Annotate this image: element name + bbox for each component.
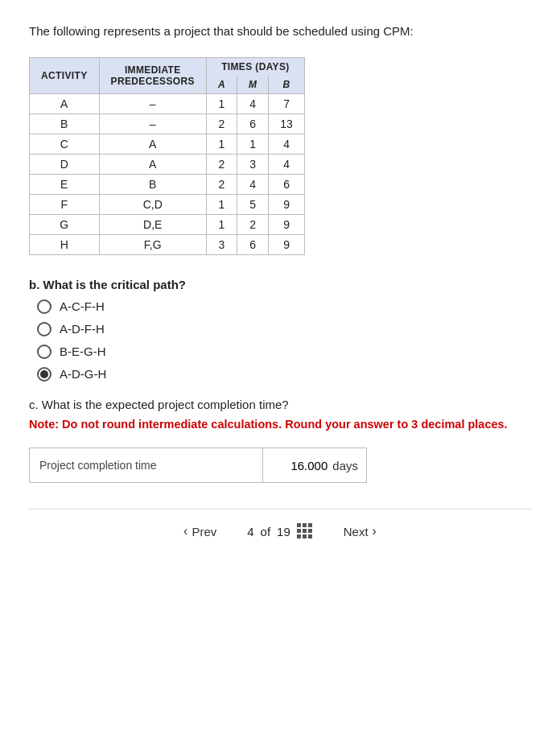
cell-a: 2 (206, 113, 237, 134)
next-arrow-icon: › (373, 524, 377, 538)
prev-button[interactable]: ‹ Prev (177, 521, 223, 542)
cell-b: 9 (269, 234, 305, 254)
cell-predecessors: – (99, 113, 206, 134)
col-header-a: a (206, 76, 237, 94)
cell-b: 4 (269, 134, 305, 154)
radio-label-opt4: A-D-G-H (60, 367, 106, 381)
grid-icon[interactable] (297, 523, 313, 539)
table-row: H F,G 3 6 9 (30, 234, 305, 254)
col-header-m: m (237, 76, 268, 94)
of-label: of (261, 525, 271, 538)
completion-time-unit: days (332, 459, 358, 472)
cell-activity: C (30, 134, 100, 154)
cell-a: 2 (206, 174, 237, 194)
table-body: A – 1 4 7 B – 2 6 13 C A 1 1 4 D A 2 3 4… (30, 93, 305, 254)
radio-group: A-C-F-H A-D-F-H B-E-G-H A-D-G-H (37, 299, 531, 382)
cell-m: 6 (237, 113, 268, 134)
navigation-bar: ‹ Prev 4 of 19 Next › (29, 509, 531, 548)
completion-time-row: Project completion time days (29, 448, 367, 483)
cell-b: 6 (269, 174, 305, 194)
cell-m: 1 (237, 134, 268, 154)
section-c-label: c. What is the expected project completi… (29, 398, 531, 411)
cell-m: 5 (237, 194, 268, 214)
cell-activity: G (30, 214, 100, 234)
table-row: E B 2 4 6 (30, 174, 305, 194)
cell-predecessors: F,G (99, 234, 206, 254)
cell-activity: B (30, 113, 100, 134)
cell-activity: F (30, 194, 100, 214)
cell-b: 9 (269, 214, 305, 234)
prev-label: Prev (191, 525, 216, 538)
cell-activity: A (30, 93, 100, 113)
cell-predecessors: D,E (99, 214, 206, 234)
cell-m: 6 (237, 234, 268, 254)
table-row: A – 1 4 7 (30, 93, 305, 113)
cell-b: 7 (269, 93, 305, 113)
next-button[interactable]: Next › (337, 521, 383, 542)
cell-a: 1 (206, 214, 237, 234)
completion-time-label: Project completion time (30, 448, 263, 482)
cell-b: 9 (269, 194, 305, 214)
cell-a: 2 (206, 154, 237, 174)
radio-option-opt1[interactable]: A-C-F-H (37, 299, 531, 314)
cell-m: 4 (237, 93, 268, 113)
table-row: B – 2 6 13 (30, 113, 305, 134)
col-header-times: TIMES (DAYS) (206, 57, 304, 76)
table-row: C A 1 1 4 (30, 134, 305, 154)
completion-time-value-cell: days (263, 459, 366, 472)
radio-circle-opt1 (37, 299, 51, 314)
cell-a: 1 (206, 93, 237, 113)
page-info: 4 of 19 (247, 523, 313, 539)
radio-option-opt2[interactable]: A-D-F-H (37, 322, 531, 336)
cell-b: 4 (269, 154, 305, 174)
cpm-table: ACTIVITY IMMEDIATEPREDECESSORS TIMES (DA… (29, 57, 305, 255)
col-header-activity: ACTIVITY (30, 57, 100, 93)
radio-label-opt3: B-E-G-H (60, 344, 106, 358)
cell-a: 3 (206, 234, 237, 254)
cell-a: 1 (206, 194, 237, 214)
radio-circle-opt4 (37, 367, 51, 382)
table-row: D A 2 3 4 (30, 154, 305, 174)
radio-label-opt2: A-D-F-H (60, 322, 105, 336)
cell-m: 4 (237, 174, 268, 194)
cell-activity: D (30, 154, 100, 174)
current-page: 4 (247, 525, 253, 538)
cell-predecessors: A (99, 154, 206, 174)
completion-time-input[interactable] (271, 459, 327, 472)
cell-activity: H (30, 234, 100, 254)
cell-predecessors: B (99, 174, 206, 194)
cell-predecessors: C,D (99, 194, 206, 214)
radio-option-opt4[interactable]: A-D-G-H (37, 367, 531, 382)
cell-predecessors: A (99, 134, 206, 154)
section-b-label: b. What is the critical path? (29, 278, 531, 291)
next-label: Next (344, 525, 369, 538)
radio-circle-opt2 (37, 322, 51, 336)
cell-b: 13 (269, 113, 305, 134)
cell-activity: E (30, 174, 100, 194)
radio-circle-opt3 (37, 344, 51, 359)
cell-a: 1 (206, 134, 237, 154)
col-header-b: b (269, 76, 305, 94)
intro-text: The following represents a project that … (29, 23, 531, 41)
cell-m: 2 (237, 214, 268, 234)
cell-m: 3 (237, 154, 268, 174)
cell-predecessors: – (99, 93, 206, 113)
prev-arrow-icon: ‹ (183, 524, 187, 538)
section-c-note: Note: Do not round intermediate calculat… (29, 416, 531, 434)
radio-label-opt1: A-C-F-H (60, 299, 105, 313)
col-header-predecessors: IMMEDIATEPREDECESSORS (99, 57, 206, 93)
table-row: G D,E 1 2 9 (30, 214, 305, 234)
total-pages: 19 (277, 525, 290, 538)
table-row: F C,D 1 5 9 (30, 194, 305, 214)
radio-option-opt3[interactable]: B-E-G-H (37, 344, 531, 359)
